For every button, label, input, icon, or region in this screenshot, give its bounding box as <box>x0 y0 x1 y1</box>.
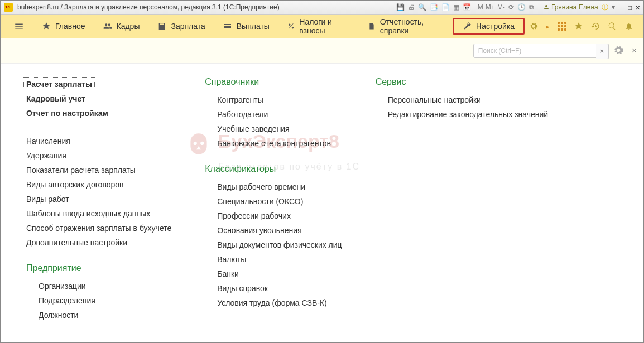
favorite-star-icon[interactable] <box>574 22 583 31</box>
dropdown-icon[interactable]: ▾ <box>612 3 615 11</box>
link-currencies[interactable]: Валюты <box>217 252 342 267</box>
help-icon[interactable]: ⓘ <box>602 3 608 12</box>
link-departments[interactable]: Подразделения <box>39 293 171 308</box>
link-deductions[interactable]: Удержания <box>26 148 171 163</box>
save-icon[interactable]: 💾 <box>396 3 405 11</box>
link-work-types[interactable]: Виды работ <box>26 192 171 206</box>
compare-icon[interactable]: 📑 <box>430 3 438 11</box>
wrench-icon <box>463 22 472 31</box>
bell-icon[interactable] <box>624 22 633 31</box>
search-clear-button[interactable]: × <box>596 44 609 59</box>
link-additional-settings[interactable]: Дополнительные настройки <box>26 235 171 250</box>
calc-m-icon[interactable]: M <box>478 3 483 11</box>
link-accruals[interactable]: Начисления <box>26 134 171 148</box>
refresh-icon[interactable]: ⟳ <box>508 3 514 11</box>
calc-mminus-icon[interactable]: M- <box>497 3 505 11</box>
link-banks[interactable]: Банки <box>217 267 342 281</box>
settings-gear-button[interactable] <box>613 45 624 57</box>
calc-mplus-icon[interactable]: M+ <box>486 3 495 11</box>
column-service: Сервис Персональные настройки Редактиров… <box>376 77 548 322</box>
nav-payments[interactable]: Выплаты <box>215 18 277 34</box>
link-dismissal-grounds[interactable]: Основания увольнения <box>217 223 342 238</box>
title-bar: buhexpert8.ru / Зарплата и управление пе… <box>1 1 643 15</box>
column-reference: Справочники Контрагенты Работодатели Уче… <box>205 77 342 322</box>
link-labor-conditions[interactable]: Условия труда (форма СЗВ-К) <box>217 296 342 310</box>
link-bank-accounts[interactable]: Банковские счета контрагентов <box>217 136 342 151</box>
link-contractors[interactable]: Контрагенты <box>217 93 342 107</box>
link-cert-types[interactable]: Виды справок <box>217 281 342 296</box>
main-nav: Главное Кадры Зарплата Выплаты Налоги и … <box>1 15 643 38</box>
search-icon[interactable] <box>608 22 617 31</box>
link-personnel-acc[interactable]: Кадровый учет <box>26 91 171 106</box>
search-input[interactable] <box>473 44 608 58</box>
link-author-contracts[interactable]: Виды авторских договоров <box>26 177 171 192</box>
people-icon <box>103 22 112 31</box>
window-title: buhexpert8.ru / Зарплата и управление пе… <box>17 3 280 11</box>
nav-reports[interactable]: Отчетность, справки <box>360 14 450 38</box>
doc-icon <box>368 22 375 31</box>
link-positions[interactable]: Должности <box>39 308 171 322</box>
percent-icon <box>287 22 295 31</box>
link-person-doc-types[interactable]: Виды документов физических лиц <box>217 238 342 252</box>
preview-icon[interactable]: 🔍 <box>418 3 426 11</box>
nav-personnel[interactable]: Кадры <box>95 18 148 34</box>
title-toolbar: 💾 🖨 🔍 📑 📄 ▦ 📅 M M+ M- ⟳ 🕓 ⧉ Грянина Елен… <box>396 3 615 12</box>
link-input-templates[interactable]: Шаблоны ввода исходных данных <box>26 206 171 221</box>
link-personal-settings[interactable]: Персональные настройки <box>388 93 548 107</box>
maximize-button[interactable]: ☐ <box>627 3 632 12</box>
panel-close-button[interactable]: × <box>632 46 637 56</box>
link-edu-institutions[interactable]: Учебные заведения <box>217 122 342 136</box>
section-reference[interactable]: Справочники <box>205 77 342 87</box>
nav-salary[interactable]: Зарплата <box>150 18 213 34</box>
content-area: БухЭксперт8 База ответов по учёту в 1С Р… <box>1 64 643 342</box>
minimize-button[interactable]: — <box>619 3 624 12</box>
column-settings: Расчет зарплаты Кадровый учет Отчет по н… <box>26 77 171 322</box>
grid-icon[interactable]: ▦ <box>453 3 459 11</box>
sub-toolbar: × × <box>1 38 643 64</box>
wallet-icon <box>223 22 232 31</box>
link-organizations[interactable]: Организации <box>39 279 171 293</box>
gear-small-icon[interactable] <box>529 22 538 31</box>
user-label[interactable]: Грянина Елена <box>543 3 598 11</box>
menu-button[interactable] <box>6 18 32 35</box>
history-icon[interactable] <box>591 22 600 31</box>
nav-main[interactable]: Главное <box>34 18 93 34</box>
app-logo <box>4 3 13 12</box>
calendar-icon[interactable]: 📅 <box>463 3 471 11</box>
link-settings-report[interactable]: Отчет по настройкам <box>26 106 171 120</box>
nav-taxes[interactable]: Налоги и взносы <box>280 14 358 38</box>
section-service[interactable]: Сервис <box>376 77 548 87</box>
arrow-right-icon[interactable]: ▸ <box>546 22 550 31</box>
link-salary-indicators[interactable]: Показатели расчета зарплаты <box>26 163 171 177</box>
copy-icon[interactable]: 📄 <box>441 3 450 11</box>
section-classifiers[interactable]: Классификаторы <box>205 164 342 174</box>
apps-grid-icon[interactable] <box>558 22 566 31</box>
search-box: × <box>473 44 608 58</box>
link-salary-calc[interactable]: Расчет зарплаты <box>23 77 95 91</box>
link-specialties[interactable]: Специальности (ОКСО) <box>217 194 342 209</box>
link-salary-reflection[interactable]: Способ отражения зарплаты в бухучете <box>26 221 171 235</box>
link-edit-legal-values[interactable]: Редактирование законодательных значений <box>388 107 548 122</box>
calc-icon <box>157 22 166 31</box>
nav-settings[interactable]: Настройка <box>453 18 525 35</box>
link-worker-professions[interactable]: Профессии рабочих <box>217 209 342 223</box>
star-icon <box>42 22 51 31</box>
close-window-button[interactable]: ✕ <box>636 3 640 12</box>
clock-icon[interactable]: 🕓 <box>517 3 526 11</box>
section-enterprise[interactable]: Предприятие <box>26 263 171 273</box>
window-icon[interactable]: ⧉ <box>529 3 534 11</box>
print-icon[interactable]: 🖨 <box>408 3 415 11</box>
link-worktime-types[interactable]: Виды рабочего времени <box>217 180 342 194</box>
link-employers[interactable]: Работодатели <box>217 107 342 122</box>
